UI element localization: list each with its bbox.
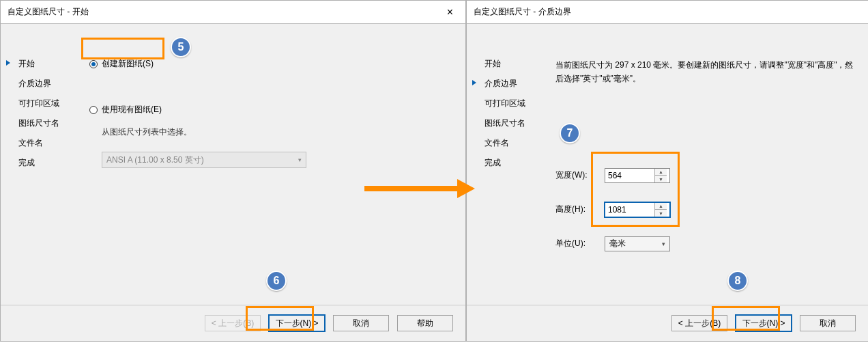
spinner-down-icon[interactable]: ▼ [655, 176, 667, 182]
hint-text: 从图纸尺寸列表中选择。 [102, 126, 452, 138]
height-spinner[interactable]: ▲ ▼ [605, 202, 670, 217]
width-row: 宽度(W): ▲ ▼ [555, 168, 854, 183]
annotation-badge-7: 7 [560, 123, 580, 143]
height-row: 高度(H): ▲ ▼ [555, 202, 854, 217]
sidebar-item-finish[interactable]: 完成 [476, 157, 542, 169]
sidebar-item-name[interactable]: 图纸尺寸名 [10, 118, 76, 129]
chevron-down-icon: ▾ [298, 156, 302, 163]
radio-use-existing[interactable]: 使用现有图纸(E) [89, 104, 452, 115]
sidebar-item-start[interactable]: 开始 [10, 58, 76, 70]
unit-value: 毫米 [609, 238, 626, 249]
sidebar-item-name[interactable]: 图纸尺寸名 [476, 118, 542, 129]
unit-label: 单位(U): [555, 238, 605, 249]
spinner-up-icon[interactable]: ▲ [655, 169, 667, 176]
paper-size-select[interactable]: ANSI A (11.00 x 8.50 英寸) ▾ [102, 152, 306, 168]
titlebar: 自定义图纸尺寸 - 开始 × [1, 1, 465, 24]
dialog-footer: < 上一步(B) 下一步(N) > 取消 帮助 [1, 305, 465, 341]
sidebar-item-finish[interactable]: 完成 [10, 157, 76, 169]
window-title: 自定义图纸尺寸 - 介质边界 [474, 6, 571, 18]
wizard-sidebar: 开始 介质边界 可打印区域 图纸尺寸名 文件名 完成 [1, 31, 76, 305]
sidebar-item-media[interactable]: 介质边界 [10, 78, 76, 90]
next-button[interactable]: 下一步(N) > [269, 315, 325, 331]
chevron-down-icon: ▾ [662, 241, 665, 247]
sidebar-item-file[interactable]: 文件名 [476, 137, 542, 149]
sidebar-item-file[interactable]: 文件名 [10, 137, 76, 149]
radio-icon [89, 106, 98, 114]
radio-label: 创建新图纸(S) [102, 58, 154, 70]
wizard-sidebar: 开始 介质边界 可打印区域 图纸尺寸名 文件名 完成 [467, 31, 542, 305]
sidebar-item-printable[interactable]: 可打印区域 [476, 98, 542, 109]
width-input[interactable] [605, 169, 654, 182]
dialog-start: 自定义图纸尺寸 - 开始 × 开始 介质边界 可打印区域 图纸尺寸名 文件名 完… [0, 0, 466, 342]
dialog-media-bounds: 自定义图纸尺寸 - 介质边界 开始 介质边界 可打印区域 图纸尺寸名 文件名 完… [466, 0, 868, 342]
sidebar-item-printable[interactable]: 可打印区域 [10, 98, 76, 109]
annotation-badge-5: 5 [171, 37, 191, 57]
cancel-button[interactable]: 取消 [800, 315, 856, 331]
height-label: 高度(H): [555, 204, 605, 215]
width-spinner[interactable]: ▲ ▼ [605, 168, 670, 183]
annotation-badge-6: 6 [266, 271, 287, 291]
next-button[interactable]: 下一步(N) > [736, 315, 792, 331]
unit-row: 单位(U): 毫米 ▾ [555, 236, 854, 251]
height-input[interactable] [605, 203, 654, 217]
select-value: ANSI A (11.00 x 8.50 英寸) [106, 154, 204, 166]
sidebar-item-media[interactable]: 介质边界 [476, 78, 542, 90]
spinner-up-icon[interactable]: ▲ [655, 203, 667, 210]
annotation-arrow-stem [364, 186, 460, 191]
annotation-arrow-head-icon [457, 179, 475, 198]
close-icon[interactable]: × [442, 7, 459, 18]
sidebar-item-start[interactable]: 开始 [476, 58, 542, 70]
radio-create-new[interactable]: 创建新图纸(S) [89, 58, 452, 70]
radio-label: 使用现有图纸(E) [102, 104, 162, 115]
annotation-badge-8: 8 [727, 271, 748, 291]
prev-button: < 上一步(B) [205, 315, 261, 331]
cancel-button[interactable]: 取消 [333, 315, 389, 331]
radio-icon [89, 60, 98, 68]
spinner-down-icon[interactable]: ▼ [655, 210, 667, 217]
titlebar: 自定义图纸尺寸 - 介质边界 [467, 1, 868, 24]
width-label: 宽度(W): [555, 169, 605, 181]
instruction-text: 当前图纸尺寸为 297 x 210 毫米。要创建新的图纸尺寸，请调整"宽度"和"… [555, 58, 854, 86]
window-title: 自定义图纸尺寸 - 开始 [8, 6, 89, 18]
unit-select[interactable]: 毫米 ▾ [605, 236, 670, 251]
dialog-footer: < 上一步(B) 下一步(N) > 取消 [467, 305, 868, 341]
help-button[interactable]: 帮助 [397, 315, 453, 331]
prev-button[interactable]: < 上一步(B) [671, 315, 727, 331]
